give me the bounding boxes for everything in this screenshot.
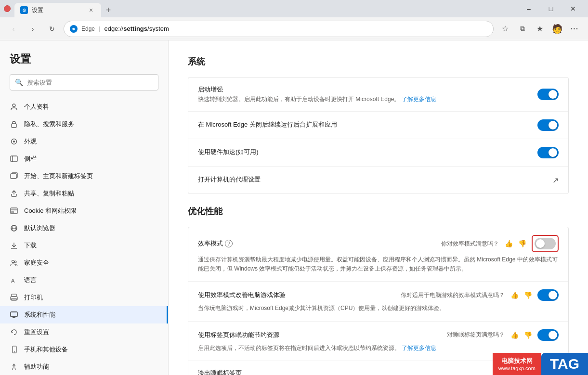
background-run-title: 在 Microsoft Edge 关闭后继续运行后台扩展和应用 [198,120,530,129]
proxy-content: 打开计算机的代理设置 [198,175,545,185]
startup-boost-toggle[interactable] [537,89,559,100]
gaming-thumbs-up-icon[interactable]: 👍 [509,289,520,301]
proxy-action: ↗ [552,176,559,185]
title-bar: ⚙ 设置 × + – □ ✕ [0,0,588,17]
background-run-action [537,119,559,131]
close-btn[interactable]: ✕ [562,0,584,17]
hardware-accel-toggle[interactable] [537,147,559,158]
sleeping-tabs-question: 对睡眠标签页满意吗？ [447,331,505,339]
external-link-icon[interactable]: ↗ [552,176,559,185]
sidebar-item-privacy[interactable]: 隐私、搜索和服务 [0,116,168,133]
efficiency-title: 效率模式 [198,239,223,248]
efficiency-toggle[interactable] [535,238,556,249]
family-icon [10,259,18,267]
sidebar-item-mobile[interactable]: 手机和其他设备 [0,341,168,358]
toolbar-actions: ☆ ⧉ ★ 🧑 ··· [497,21,582,37]
sleeping-tabs-thumbs-up-icon[interactable]: 👍 [509,329,520,341]
sidebar-item-sidebar[interactable]: 侧栏 [0,150,168,168]
background-run-content: 在 Microsoft Edge 关闭后继续运行后台扩展和应用 [198,120,530,130]
sidebar-label-reset: 重置设置 [24,328,49,336]
svg-rect-7 [11,174,16,179]
fade-sleeping-title: 淡出睡眠标签页 [198,369,242,375]
proxy-title: 打开计算机的代理设置 [198,175,545,184]
content-area: 设置 🔍 个人资料 隐私、搜索和服务 外观 [0,40,588,375]
maximize-btn[interactable]: □ [540,0,562,17]
profile-icon [10,103,18,111]
forward-button[interactable]: › [25,21,40,37]
sidebar-item-new-tab[interactable]: 开始、主页和新建标签页 [0,168,168,185]
sidebar-label-share: 共享、复制和粘贴 [24,189,74,198]
sidebar-title: 设置 [0,52,168,74]
sidebar-icon [10,155,18,163]
gaming-toggle[interactable] [537,289,559,301]
minimize-btn[interactable]: – [518,0,540,17]
svg-point-15 [12,260,14,263]
star-button[interactable]: ☆ [497,21,513,37]
sleeping-tabs-thumbs-down-icon[interactable]: 👎 [522,329,534,341]
sidebar-item-language[interactable]: A 语言 [0,272,168,289]
background-run-toggle[interactable] [537,119,559,131]
profile-button[interactable]: 🧑 [549,21,565,37]
settings-tab[interactable]: ⚙ 设置 × [14,3,101,17]
sidebar-item-printer[interactable]: 打印机 [0,289,168,306]
toolbar: ‹ › ↻ Edge | edge://settings/system ☆ ⧉ … [0,17,588,40]
default-browser-icon [10,224,18,233]
sidebar-label-family: 家庭安全 [24,259,49,267]
reset-icon [10,328,18,336]
thumbs-down-icon[interactable]: 👎 [516,238,528,249]
split-view-button[interactable]: ⧉ [515,21,530,37]
gaming-question: 你对适用于电脑游戏的效率模式满意吗？ [401,291,505,299]
svg-rect-5 [11,156,17,162]
sidebar-item-default-browser[interactable]: 默认浏览器 [0,220,168,237]
startup-boost-item: 启动增强 快速转到浏览器。启用此功能后，有助于启动设备时更快打开 Microso… [188,78,568,112]
search-box[interactable]: 🔍 [10,74,158,91]
share-icon [10,189,18,198]
startup-boost-desc: 快速转到浏览器。启用此功能后，有助于启动设备时更快打开 Microsoft Ed… [198,95,530,103]
collections-button[interactable]: ★ [532,21,548,37]
svg-rect-21 [11,312,17,317]
sleeping-tabs-toggle[interactable] [537,329,559,341]
sidebar-item-downloads[interactable]: 下载 [0,237,168,254]
sidebar-item-reset[interactable]: 重置设置 [0,323,168,341]
downloads-icon [10,241,18,250]
sidebar-item-appearance[interactable]: 外观 [0,133,168,150]
background-run-item: 在 Microsoft Edge 关闭后继续运行后台扩展和应用 [188,112,568,139]
new-tab-button[interactable]: + [101,3,116,17]
gaming-desc: 当你玩电脑游戏时，Microsoft Edge减少其计算机资源（CPU）使用量，… [198,304,559,313]
sidebar-label-system: 系统和性能 [24,310,55,319]
svg-rect-18 [12,294,16,297]
sleeping-tabs-title: 使用标签页休眠功能节约资源 [198,331,279,339]
back-button[interactable]: ‹ [6,21,21,37]
privacy-icon [10,120,18,129]
tab-close-btn[interactable]: × [87,6,95,14]
efficiency-question: 你对效率模式满意吗？ [441,240,499,248]
svg-point-16 [14,261,16,263]
watermark-text-block: 电脑技术网 www.tagxp.com [493,353,541,375]
svg-point-1 [13,104,15,107]
gaming-thumbs-down-icon[interactable]: 👎 [522,289,534,301]
sidebar-item-system[interactable]: 系统和性能 [0,306,168,323]
sidebar-item-family[interactable]: 家庭安全 [0,254,168,272]
sidebar-label-cookies: Cookie 和网站权限 [24,207,77,215]
efficiency-feedback: 👍 👎 [503,238,528,249]
mobile-icon [10,345,18,354]
efficiency-help-icon[interactable]: ? [225,240,233,247]
sidebar-item-accessibility[interactable]: 辅助功能 [0,358,168,375]
sidebar-item-profile[interactable]: 个人资料 [0,98,168,116]
svg-point-4 [13,141,15,142]
sidebar-label-accessibility: 辅助功能 [24,362,49,371]
address-bar[interactable]: Edge | edge://settings/system [64,21,494,37]
startup-boost-link[interactable]: 了解更多信息 [402,96,436,103]
system-icon [10,310,18,319]
sidebar-item-share[interactable]: 共享、复制和粘贴 [0,185,168,202]
sidebar-label-downloads: 下载 [24,241,37,250]
performance-section-title: 优化性能 [188,206,569,217]
tab-icon: ⚙ [20,6,28,14]
more-button[interactable]: ··· [567,21,582,37]
thumbs-up-icon[interactable]: 👍 [503,238,514,249]
refresh-button[interactable]: ↻ [44,21,60,37]
window-close-btn[interactable] [4,5,11,12]
sidebar-item-cookies[interactable]: Cookie 和网站权限 [0,202,168,220]
search-input[interactable] [27,79,153,86]
sleeping-tabs-link[interactable]: 了解更多信息 [402,345,436,351]
